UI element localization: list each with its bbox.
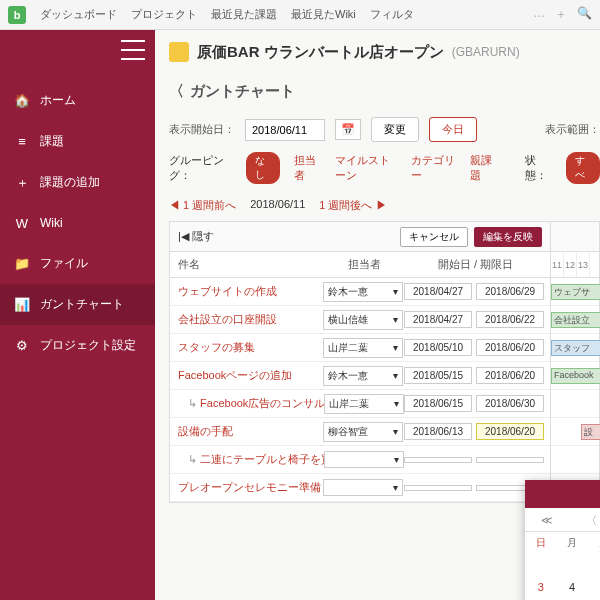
assignee-select[interactable]: 山岸二葉▾: [323, 338, 403, 358]
plus-icon[interactable]: ＋: [555, 6, 567, 23]
calendar-day[interactable]: 4: [556, 576, 587, 598]
task-name[interactable]: 二連にテーブルと椅子を買いに行く: [170, 452, 324, 467]
col-assignee: 担当者: [340, 257, 430, 272]
task-name[interactable]: プレオープンセレモニー準備: [170, 480, 323, 495]
sidebar-item-3[interactable]: WWiki: [0, 203, 155, 243]
main-content: 原価BAR ウランバートル店オープン (GBARURN) 〈 ガントチャート 表…: [155, 30, 600, 600]
task-name[interactable]: スタッフの募集: [170, 340, 323, 355]
group-milestone[interactable]: マイルストーン: [335, 153, 398, 183]
task-name[interactable]: Facebook広告のコンサル: [170, 396, 324, 411]
gantt-row: [551, 446, 599, 474]
assignee-select[interactable]: ▾: [323, 479, 403, 496]
calendar-day[interactable]: [556, 554, 587, 576]
topnav-dashboard[interactable]: ダッシュボード: [40, 7, 117, 22]
back-chevron-icon[interactable]: 〈: [169, 82, 184, 101]
cancel-button[interactable]: キャンセル: [400, 227, 468, 247]
end-date-cell[interactable]: 2018/06/20: [476, 339, 544, 356]
start-date-cell[interactable]: 2018/04/27: [404, 283, 472, 300]
gantt-bar[interactable]: ウェブサ: [551, 284, 600, 300]
topnav-filter[interactable]: フィルタ: [370, 7, 414, 22]
task-name[interactable]: 設備の手配: [170, 424, 323, 439]
hamburger-icon[interactable]: [121, 40, 145, 60]
month-prev-icon[interactable]: 〈: [569, 508, 600, 531]
status-pill[interactable]: すべ: [566, 152, 600, 184]
task-row: Facebookページの追加鈴木一恵▾2018/05/152018/06/20: [170, 362, 550, 390]
apply-button[interactable]: 編集を反映: [474, 227, 542, 247]
sidebar-item-1[interactable]: ≡課題: [0, 121, 155, 162]
nav-icon: W: [14, 215, 30, 231]
task-name[interactable]: ウェブサイトの作成: [170, 284, 323, 299]
hide-label[interactable]: 隠す: [192, 229, 214, 244]
start-date-cell[interactable]: 2018/04/27: [404, 311, 472, 328]
sidebar-item-4[interactable]: 📁ファイル: [0, 243, 155, 284]
assignee-select[interactable]: 鈴木一恵▾: [323, 366, 403, 386]
chevron-down-icon: ▾: [393, 482, 398, 493]
gantt-row: Facebook: [551, 362, 599, 390]
week-next[interactable]: 1 週間後へ ▶: [319, 198, 386, 213]
calendar-day[interactable]: 5: [588, 576, 600, 598]
task-row: ウェブサイトの作成鈴木一恵▾2018/04/272018/06/29: [170, 278, 550, 306]
sidebar-item-0[interactable]: 🏠ホーム: [0, 80, 155, 121]
topnav-recent-wiki[interactable]: 最近見たWiki: [291, 7, 356, 22]
gantt-row: スタッフ: [551, 334, 599, 362]
chevron-down-icon: ▾: [394, 454, 399, 465]
gantt-row: ウェブサ: [551, 278, 599, 306]
task-row: 会社設立の口座開設横山信雄▾2018/04/272018/06/22: [170, 306, 550, 334]
topnav-recent-issues[interactable]: 最近見た課題: [211, 7, 277, 22]
group-none[interactable]: なし: [246, 152, 280, 184]
calendar-icon[interactable]: 📅: [335, 119, 361, 140]
week-current: 2018/06/11: [250, 198, 305, 213]
nav-icon: 📊: [14, 297, 30, 313]
start-date-cell[interactable]: 2018/06/13: [404, 423, 472, 440]
search-icon[interactable]: 🔍: [577, 6, 592, 23]
start-date-cell[interactable]: 2018/06/15: [404, 395, 472, 412]
chevron-down-icon: ▾: [393, 314, 398, 325]
assignee-select[interactable]: 鈴木一恵▾: [323, 282, 403, 302]
sidebar-item-2[interactable]: ＋課題の追加: [0, 162, 155, 203]
gantt-bar[interactable]: スタッフ: [551, 340, 600, 356]
year-prev-icon[interactable]: ≪: [525, 508, 569, 531]
date-picker: 2018年 6月 ✕ ≪ 〈 今日 〉 ≫ 日月火水木金土12345678910…: [525, 480, 600, 600]
assignee-select[interactable]: 横山信雄▾: [323, 310, 403, 330]
assignee-select[interactable]: 柳谷智宣▾: [323, 422, 403, 442]
change-button[interactable]: 変更: [371, 117, 419, 142]
group-parent[interactable]: 親課題: [470, 153, 497, 183]
task-name[interactable]: Facebookページの追加: [170, 368, 323, 383]
sidebar-item-6[interactable]: ⚙プロジェクト設定: [0, 325, 155, 366]
gantt-row: 設: [551, 418, 599, 446]
range-label: 表示範囲：: [545, 122, 600, 137]
gantt-bar[interactable]: Facebook: [551, 368, 600, 384]
calendar-day[interactable]: 3: [525, 576, 556, 598]
start-date-cell[interactable]: [404, 457, 472, 463]
end-date-cell[interactable]: 2018/06/22: [476, 311, 544, 328]
top-bar: b ダッシュボード プロジェクト 最近見た課題 最近見たWiki フィルタ … …: [0, 0, 600, 30]
task-name[interactable]: 会社設立の口座開設: [170, 312, 323, 327]
calendar-day[interactable]: [588, 554, 600, 576]
gantt-bar[interactable]: 会社設立: [551, 312, 600, 328]
chevron-down-icon: ▾: [394, 398, 399, 409]
app-logo[interactable]: b: [8, 6, 26, 24]
chevron-down-icon: ▾: [393, 286, 398, 297]
end-date-cell[interactable]: [476, 457, 544, 463]
start-date-input[interactable]: [245, 119, 325, 141]
assignee-select[interactable]: 山岸二葉▾: [324, 394, 404, 414]
today-button[interactable]: 今日: [429, 117, 477, 142]
topnav-projects[interactable]: プロジェクト: [131, 7, 197, 22]
group-assignee[interactable]: 担当者: [294, 153, 321, 183]
collapse-icon[interactable]: |◀: [178, 230, 189, 243]
start-date-cell[interactable]: 2018/05/15: [404, 367, 472, 384]
calendar-day[interactable]: [525, 554, 556, 576]
gantt-row: [551, 390, 599, 418]
assignee-select[interactable]: ▾: [324, 451, 404, 468]
end-date-cell[interactable]: 2018/06/20: [476, 423, 544, 440]
gantt-bar[interactable]: 設: [581, 424, 600, 440]
start-date-cell[interactable]: 2018/05/10: [404, 339, 472, 356]
start-date-cell[interactable]: [404, 485, 472, 491]
week-prev[interactable]: ◀ 1 週間前へ: [169, 198, 236, 213]
end-date-cell[interactable]: 2018/06/20: [476, 367, 544, 384]
end-date-cell[interactable]: 2018/06/29: [476, 283, 544, 300]
end-date-cell[interactable]: 2018/06/30: [476, 395, 544, 412]
group-category[interactable]: カテゴリー: [411, 153, 456, 183]
sidebar-item-5[interactable]: 📊ガントチャート: [0, 284, 155, 325]
dots-icon[interactable]: …: [533, 6, 545, 23]
